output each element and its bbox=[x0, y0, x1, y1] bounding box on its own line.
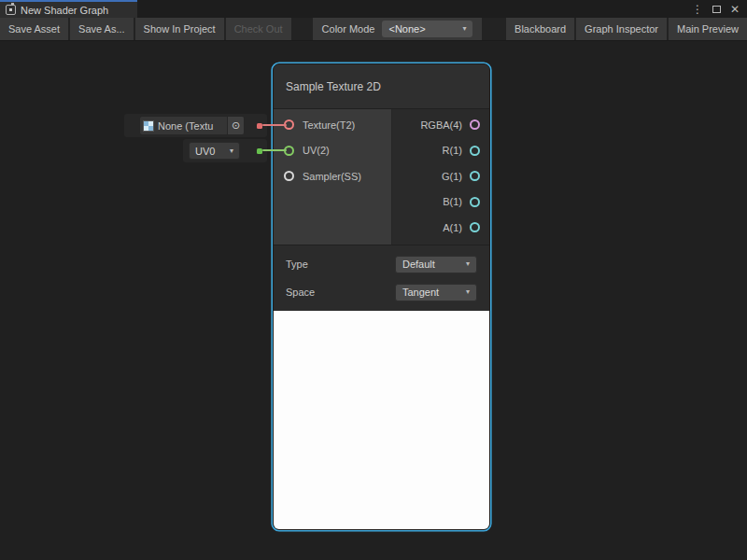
output-ports-column: RGBA(4) R(1) G(1) B(1) A(1) bbox=[392, 109, 489, 245]
input-port-sampler[interactable] bbox=[284, 171, 294, 181]
close-icon[interactable]: ✕ bbox=[728, 3, 741, 16]
texture-object-value: None (Textu bbox=[158, 120, 227, 132]
input-ports-column: Texture(T2) UV(2) Sampler(SS) bbox=[274, 109, 392, 245]
blackboard-button[interactable]: Blackboard bbox=[506, 18, 574, 40]
save-asset-button[interactable]: Save Asset bbox=[0, 18, 68, 40]
main-preview-button[interactable]: Main Preview bbox=[669, 18, 747, 40]
graph-canvas[interactable]: None (Textu ⊙ UV0 ▾ Sample Texture 2D Te… bbox=[0, 41, 747, 560]
node-preview bbox=[274, 311, 489, 529]
port-row-g: G(1) bbox=[392, 163, 489, 189]
uv-slot-widget: UV0 ▾ bbox=[183, 139, 267, 162]
color-mode-label: Color Mode bbox=[322, 23, 375, 35]
port-row-rgba: RGBA(4) bbox=[392, 112, 489, 138]
maximize-icon[interactable] bbox=[710, 3, 723, 16]
chevron-down-icon: ▾ bbox=[466, 260, 470, 268]
tab-new-shader-graph[interactable]: New Shader Graph bbox=[0, 0, 137, 18]
sample-texture-2d-node[interactable]: Sample Texture 2D Texture(T2) UV(2) Samp… bbox=[273, 63, 490, 530]
show-in-project-button[interactable]: Show In Project bbox=[135, 18, 224, 40]
tab-bar: New Shader Graph ⋮ ✕ bbox=[0, 0, 747, 18]
color-mode-group: Color Mode <None> ▾ bbox=[313, 18, 483, 40]
check-out-button: Check Out bbox=[226, 18, 291, 40]
output-port-a[interactable] bbox=[470, 222, 480, 232]
chevron-down-icon: ▾ bbox=[466, 288, 470, 296]
output-port-b[interactable] bbox=[470, 197, 480, 207]
node-header[interactable]: Sample Texture 2D bbox=[274, 64, 489, 109]
chevron-down-icon: ▾ bbox=[230, 147, 233, 155]
port-row-texture: Texture(T2) bbox=[274, 112, 391, 138]
port-row-b: B(1) bbox=[392, 189, 489, 216]
shader-graph-toolbar: Save Asset Save As... Show In Project Ch… bbox=[0, 18, 747, 41]
uv-channel-dropdown[interactable]: UV0 ▾ bbox=[189, 142, 240, 160]
graph-inspector-button[interactable]: Graph Inspector bbox=[576, 18, 667, 40]
port-row-sampler: Sampler(SS) bbox=[274, 163, 391, 189]
shader-graph-asset-icon bbox=[6, 5, 16, 15]
texture-slot-dot bbox=[257, 123, 262, 129]
node-title: Sample Texture 2D bbox=[286, 80, 381, 93]
node-settings: Type Default ▾ Space Tangent ▾ bbox=[274, 245, 489, 311]
texture-object-field[interactable]: None (Textu ⊙ bbox=[139, 116, 245, 135]
uv-slot-dot bbox=[257, 148, 262, 154]
color-mode-dropdown[interactable]: <None> ▾ bbox=[382, 21, 472, 37]
space-dropdown[interactable]: Tangent ▾ bbox=[395, 284, 477, 301]
output-port-g[interactable] bbox=[470, 171, 480, 181]
tab-title: New Shader Graph bbox=[21, 5, 108, 16]
texture-2d-icon bbox=[143, 120, 154, 132]
chevron-down-icon: ▾ bbox=[462, 25, 466, 33]
kebab-menu-icon[interactable]: ⋮ bbox=[691, 3, 704, 16]
port-row-r: R(1) bbox=[392, 138, 489, 164]
setting-row-type: Type Default ▾ bbox=[274, 250, 489, 278]
texture-slot-widget: None (Textu ⊙ bbox=[124, 114, 267, 137]
save-as-button[interactable]: Save As... bbox=[70, 18, 134, 40]
output-port-rgba[interactable] bbox=[470, 119, 480, 130]
output-port-r[interactable] bbox=[470, 146, 480, 156]
texture-wire bbox=[262, 124, 287, 126]
port-row-a: A(1) bbox=[392, 215, 489, 241]
port-row-uv: UV(2) bbox=[274, 138, 391, 164]
type-dropdown[interactable]: Default ▾ bbox=[395, 256, 477, 273]
uv-wire bbox=[262, 149, 287, 151]
setting-row-space: Space Tangent ▾ bbox=[274, 278, 489, 306]
object-picker-icon[interactable]: ⊙ bbox=[227, 117, 244, 134]
